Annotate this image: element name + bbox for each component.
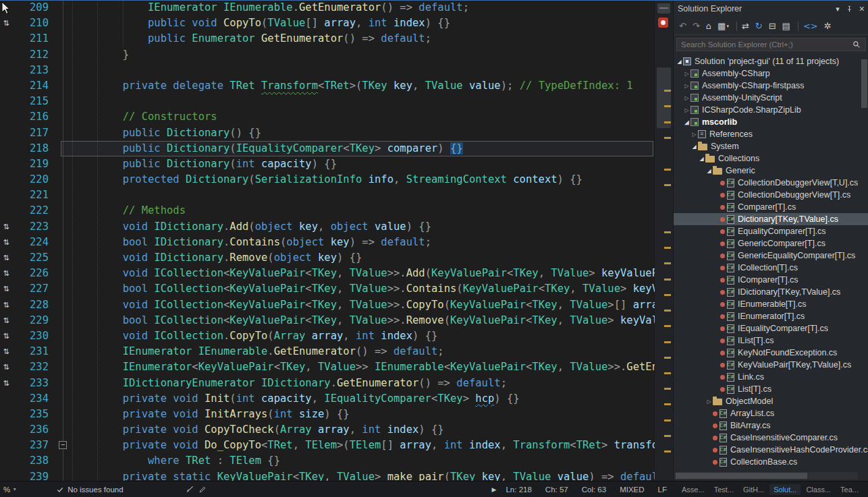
close-icon[interactable]: × bbox=[859, 3, 865, 14]
expand-arrow-icon[interactable]: ▷ bbox=[683, 95, 690, 101]
refresh-icon[interactable]: ↻ bbox=[755, 21, 763, 31]
pin-icon[interactable] bbox=[846, 5, 853, 13]
code-line[interactable]: ⇅233 IDictionaryEnumerator IDictionary.G… bbox=[0, 376, 655, 391]
line-number[interactable]: 218 bbox=[0, 141, 49, 156]
code-line[interactable]: ⇅223 void IDictionary.Add(object key, ob… bbox=[0, 219, 655, 235]
code-line[interactable]: 213 bbox=[0, 63, 655, 78]
code-line[interactable]: 222 // Methods bbox=[0, 203, 655, 218]
line-number[interactable]: 212 bbox=[0, 47, 49, 63]
tree-item[interactable]: C#IEnumerable[T].cs bbox=[674, 298, 868, 310]
tree-item[interactable]: C#IEqualityComparer[T].cs bbox=[674, 322, 868, 334]
code-line[interactable]: 220 protected Dictionary(SerializationIn… bbox=[0, 172, 655, 187]
expand-arrow-icon[interactable]: ◢ bbox=[683, 119, 690, 125]
scrollbar-split-handle[interactable] bbox=[657, 3, 670, 13]
line-number[interactable]: 236 bbox=[0, 422, 49, 438]
tree-item[interactable]: C#GenericEqualityComparer[T].cs bbox=[674, 250, 868, 262]
code-cleanup-icon[interactable] bbox=[186, 485, 194, 494]
code-line[interactable]: ⇅229 bool ICollection<KeyValuePair<TKey,… bbox=[0, 313, 655, 328]
tree-item[interactable]: C#Dictionary[TKey,TValue].cs bbox=[674, 213, 868, 225]
editor-scrollbar[interactable] bbox=[654, 0, 673, 481]
panel-tab[interactable]: GitH... bbox=[739, 484, 768, 495]
code-line[interactable]: 239 private static KeyValuePair<TKey, TV… bbox=[0, 469, 655, 481]
code-editor[interactable]: 209 IEnumerator IEnumerable.GetEnumerato… bbox=[0, 0, 673, 481]
edit-mode-pencil-icon[interactable] bbox=[198, 486, 207, 494]
document-health-error-icon[interactable] bbox=[658, 18, 668, 28]
panel-tab[interactable]: Class... bbox=[802, 484, 835, 495]
line-number[interactable]: 235 bbox=[0, 407, 49, 422]
tree-item[interactable]: C#GenericComparer[T].cs bbox=[674, 237, 868, 250]
line-number[interactable]: 221 bbox=[0, 187, 49, 203]
tree-item[interactable]: C#Comparer[T].cs bbox=[674, 201, 868, 213]
line-number[interactable]: 217 bbox=[0, 125, 49, 141]
expand-arrow-icon[interactable]: ◢ bbox=[676, 59, 683, 65]
code-line[interactable]: ⇅227 bool ICollection<KeyValuePair<TKey,… bbox=[0, 281, 655, 297]
code-line[interactable]: ⇅228 void ICollection<KeyValuePair<TKey,… bbox=[0, 297, 655, 313]
code-line[interactable]: 214 private delegate TRet Transform<TRet… bbox=[0, 78, 655, 94]
sync-with-active-document-icon[interactable]: ⇄ bbox=[742, 21, 749, 31]
code-line[interactable]: 218 public Dictionary(IEqualityComparer<… bbox=[0, 141, 655, 156]
code-line[interactable]: 212 } bbox=[0, 47, 655, 63]
nav-back-icon[interactable]: ↶ bbox=[679, 21, 686, 31]
scrollbar-thumb[interactable] bbox=[657, 67, 671, 128]
properties-icon[interactable]: ✲ bbox=[824, 21, 832, 31]
line-number[interactable]: 230 bbox=[0, 328, 49, 344]
issues-status[interactable]: No issues found bbox=[56, 486, 123, 494]
switch-views-icon[interactable]: ▦▾ bbox=[717, 21, 729, 31]
expand-arrow-icon[interactable]: ▷ bbox=[705, 399, 713, 405]
tree-item[interactable]: C#CollectionDebuggerView[T,U].cs bbox=[674, 177, 868, 189]
panel-horizontal-scrollbar[interactable] bbox=[675, 472, 858, 479]
tree-item[interactable]: ▷Assembly-CSharp bbox=[674, 67, 868, 80]
line-number[interactable]: 228 bbox=[0, 297, 49, 313]
tree-item[interactable]: ▷Assembly-CSharp-firstpass bbox=[674, 80, 868, 92]
zoom-level[interactable]: %▼ bbox=[3, 486, 17, 494]
code-line[interactable]: ⇅232 IEnumerator<KeyValuePair<TKey, TVal… bbox=[0, 359, 655, 375]
nav-forward-icon[interactable]: ↷ bbox=[693, 21, 700, 31]
character-indicator[interactable]: Ch: 57 bbox=[545, 486, 568, 494]
expand-arrow-icon[interactable]: ◢ bbox=[705, 168, 713, 174]
tree-item[interactable]: C#BitArray.cs bbox=[674, 419, 868, 432]
line-number[interactable]: 232 bbox=[0, 359, 49, 375]
tree-item[interactable]: C#ICollection[T].cs bbox=[674, 262, 868, 274]
tree-item[interactable]: ◢Solution 'project-gui' (11 of 11 projec… bbox=[674, 55, 868, 67]
code-line[interactable]: 209 IEnumerator IEnumerable.GetEnumerato… bbox=[0, 0, 655, 16]
line-indicator[interactable]: Ln: 218 bbox=[506, 486, 531, 494]
eol-indicator[interactable]: LF bbox=[658, 486, 667, 494]
tree-item[interactable]: ◢Generic bbox=[674, 165, 868, 177]
line-number[interactable]: 237 bbox=[0, 438, 49, 453]
line-number[interactable]: 234 bbox=[0, 391, 49, 407]
window-position-icon[interactable]: ▾ bbox=[836, 5, 840, 13]
line-number[interactable]: 214 bbox=[0, 78, 49, 94]
tree-item[interactable]: C#KeyValuePair[TKey,TValue].cs bbox=[674, 359, 868, 371]
expand-arrow-icon[interactable]: ◢ bbox=[690, 144, 698, 150]
line-number[interactable]: 219 bbox=[0, 156, 49, 172]
code-line[interactable]: 221 bbox=[0, 187, 655, 203]
tree-item[interactable]: C#KeyNotFoundException.cs bbox=[674, 347, 868, 359]
expand-arrow-icon[interactable]: ◢ bbox=[698, 156, 705, 162]
tree-item[interactable]: ▷ObjectModel bbox=[674, 395, 868, 407]
line-number[interactable]: 216 bbox=[0, 109, 49, 125]
tree-item[interactable]: C#IDictionary[TKey,TValue].cs bbox=[674, 286, 868, 298]
tree-item[interactable]: ◢System bbox=[674, 140, 868, 152]
fold-marker-icon[interactable]: − bbox=[59, 441, 67, 449]
line-number[interactable]: 211 bbox=[0, 31, 49, 47]
panel-vertical-scrollbar[interactable] bbox=[861, 55, 868, 470]
tree-item[interactable]: C#IComparer[T].cs bbox=[674, 274, 868, 286]
home-icon[interactable]: ⌂ bbox=[706, 21, 711, 31]
tree-item[interactable]: ▷≡References bbox=[674, 128, 868, 140]
expand-arrow-icon[interactable]: ▷ bbox=[683, 83, 690, 89]
tree-item[interactable]: ▷ICSharpCode.SharpZipLib bbox=[674, 104, 868, 116]
tree-item[interactable]: C#EqualityComparer[T].cs bbox=[674, 225, 868, 237]
tree-item[interactable]: C#CaseInsensitiveComparer.cs bbox=[674, 432, 868, 444]
code-line[interactable]: 234 private void Init(int capacity, IEqu… bbox=[0, 391, 655, 407]
tree-item[interactable]: C#CollectionDebuggerView[T].cs bbox=[674, 189, 868, 201]
line-number[interactable]: 222 bbox=[0, 203, 49, 218]
code-line[interactable]: 238 where TRet : TElem {} bbox=[0, 453, 655, 469]
line-number[interactable]: 210 bbox=[0, 16, 49, 31]
indentation-indicator[interactable]: MIXED bbox=[620, 486, 644, 494]
code-area[interactable]: 209 IEnumerator IEnumerable.GetEnumerato… bbox=[0, 0, 655, 481]
tree-item[interactable]: C#IEnumerator[T].cs bbox=[674, 310, 868, 322]
code-line[interactable]: ⇅230 void ICollection.CopyTo(Array array… bbox=[0, 328, 655, 344]
show-all-files-icon[interactable]: ▤ bbox=[782, 21, 790, 31]
line-number[interactable]: 223 bbox=[0, 219, 49, 235]
line-number[interactable]: 229 bbox=[0, 313, 49, 328]
